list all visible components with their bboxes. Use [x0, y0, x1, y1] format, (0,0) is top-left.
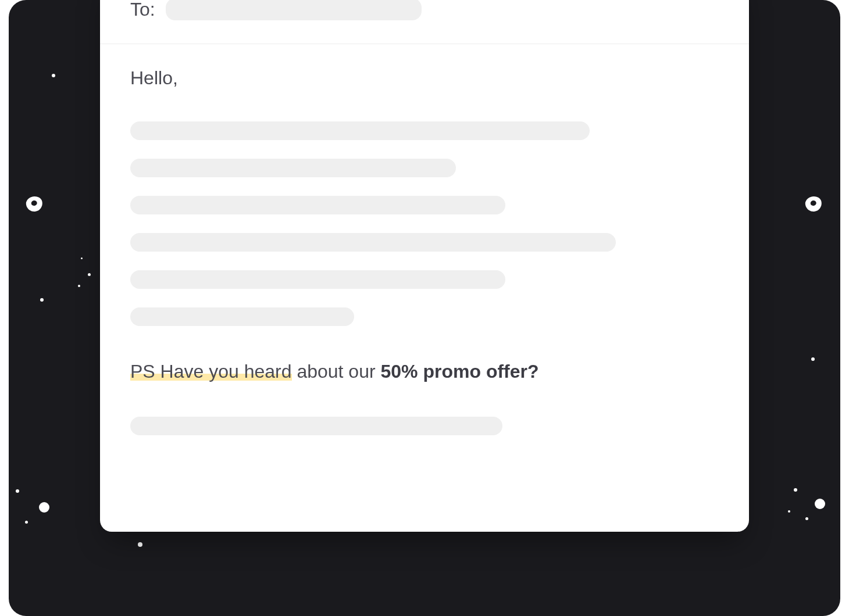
email-card: To: Hello, PS Have you heard about our 5… — [100, 0, 749, 532]
planet-icon — [25, 195, 44, 213]
body-line-placeholder — [130, 196, 505, 214]
star-icon — [88, 273, 91, 276]
body-placeholder-group — [130, 121, 719, 326]
star-icon — [815, 499, 825, 509]
body-line-placeholder — [130, 159, 456, 177]
greeting-text: Hello, — [130, 67, 719, 89]
body-line-placeholder — [130, 270, 505, 289]
planet-icon — [804, 195, 823, 213]
star-icon — [805, 517, 808, 520]
body-line-placeholder — [130, 233, 616, 252]
body-line-placeholder — [130, 417, 502, 435]
star-icon — [811, 357, 815, 361]
ps-mid-text: about our — [292, 361, 381, 382]
star-icon — [78, 285, 80, 287]
ps-text: PS Have you heard about our 50% promo of… — [130, 360, 719, 384]
ps-highlight-text: PS Have you heard — [130, 361, 292, 382]
ps-bold-text: 50% promo offer? — [381, 361, 539, 382]
star-icon — [788, 510, 790, 513]
to-row: To: — [100, 0, 749, 44]
star-icon — [81, 257, 83, 259]
star-icon — [794, 488, 797, 492]
star-icon — [52, 74, 55, 77]
body-line-placeholder — [130, 121, 590, 140]
star-icon — [16, 489, 19, 493]
to-label: To: — [130, 0, 155, 20]
star-icon — [138, 542, 142, 547]
email-body: Hello, PS Have you heard about our 50% p… — [100, 44, 749, 459]
star-icon — [40, 298, 44, 302]
to-field-placeholder[interactable] — [166, 0, 422, 20]
star-icon — [25, 521, 28, 524]
body-line-placeholder — [130, 307, 354, 326]
star-icon — [39, 502, 49, 513]
